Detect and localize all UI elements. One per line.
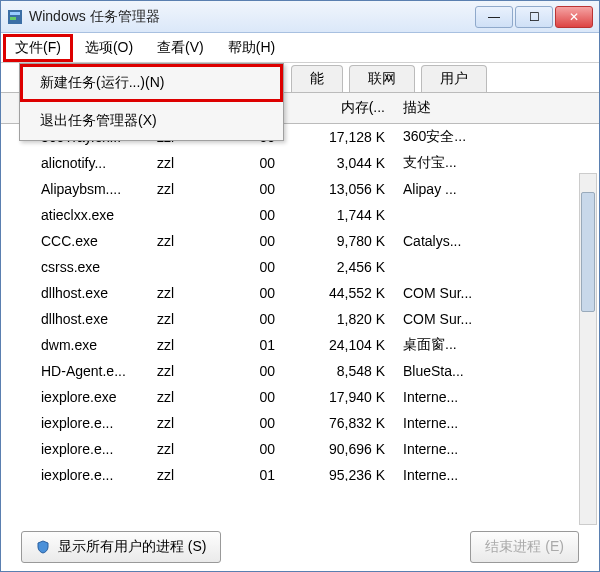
footer: 显示所有用户的进程 (S) 结束进程 (E) (1, 527, 599, 567)
cell-mem: 1,744 K (281, 204, 391, 226)
show-all-users-label: 显示所有用户的进程 (S) (58, 538, 207, 554)
cell-desc: 支付宝... (391, 151, 599, 175)
cell-mem: 90,696 K (281, 438, 391, 460)
app-icon (7, 9, 23, 25)
close-button[interactable]: ✕ (555, 6, 593, 28)
cell-desc: Interne... (391, 438, 599, 460)
tab-networking[interactable]: 联网 (349, 65, 415, 92)
cell-cpu: 00 (231, 204, 281, 226)
cell-name: csrss.exe (1, 256, 151, 278)
cell-desc: 桌面窗... (391, 333, 599, 357)
cell-mem: 9,780 K (281, 230, 391, 252)
cell-user: zzl (151, 334, 231, 356)
table-row[interactable]: dllhost.exezzl0044,552 KCOM Sur... (1, 280, 599, 306)
table-row[interactable]: iexplore.e...zzl0090,696 KInterne... (1, 436, 599, 462)
table-row[interactable]: alicnotify...zzl003,044 K支付宝... (1, 150, 599, 176)
cell-cpu: 00 (231, 308, 281, 330)
cell-mem: 95,236 K (281, 464, 391, 481)
maximize-button[interactable]: ☐ (515, 6, 553, 28)
show-all-users-button[interactable]: 显示所有用户的进程 (S) (21, 531, 221, 563)
cell-mem: 44,552 K (281, 282, 391, 304)
cell-cpu: 00 (231, 360, 281, 382)
cell-mem: 8,548 K (281, 360, 391, 382)
table-row[interactable]: iexplore.exezzl0017,940 KInterne... (1, 384, 599, 410)
menu-file[interactable]: 文件(F) (3, 34, 73, 62)
table-row[interactable]: dllhost.exezzl001,820 KCOM Sur... (1, 306, 599, 332)
cell-user (151, 264, 231, 270)
cell-cpu: 00 (231, 152, 281, 174)
cell-desc: COM Sur... (391, 308, 599, 330)
cell-user: zzl (151, 412, 231, 434)
cell-mem: 17,128 K (281, 126, 391, 148)
file-menu-dropdown: 新建任务(运行...)(N) 退出任务管理器(X) (19, 63, 284, 141)
titlebar[interactable]: Windows 任务管理器 — ☐ ✕ (1, 1, 599, 33)
tab-users[interactable]: 用户 (421, 65, 487, 92)
cell-cpu: 00 (231, 256, 281, 278)
cell-mem: 24,104 K (281, 334, 391, 356)
table-row[interactable]: iexplore.e...zzl0195,236 KInterne... (1, 462, 599, 481)
cell-mem: 1,820 K (281, 308, 391, 330)
menu-view[interactable]: 查看(V) (145, 34, 216, 62)
cell-name: atieclxx.exe (1, 204, 151, 226)
cell-desc: Catalys... (391, 230, 599, 252)
menu-item-exit[interactable]: 退出任务管理器(X) (20, 102, 283, 140)
cell-desc: Interne... (391, 412, 599, 434)
cell-desc (391, 264, 599, 270)
cell-user: zzl (151, 438, 231, 460)
cell-desc: 360安全... (391, 125, 599, 149)
tab-performance[interactable]: 能 (291, 65, 343, 92)
cell-name: dllhost.exe (1, 308, 151, 330)
cell-desc: COM Sur... (391, 282, 599, 304)
cell-cpu: 00 (231, 178, 281, 200)
table-row[interactable]: HD-Agent.e...zzl008,548 KBlueSta... (1, 358, 599, 384)
cell-user: zzl (151, 308, 231, 330)
cell-user: zzl (151, 152, 231, 174)
col-description[interactable]: 描述 (391, 96, 599, 120)
cell-desc (391, 212, 599, 218)
minimize-button[interactable]: — (475, 6, 513, 28)
menu-help[interactable]: 帮助(H) (216, 34, 287, 62)
cell-name: iexplore.exe (1, 386, 151, 408)
table-row[interactable]: dwm.exezzl0124,104 K桌面窗... (1, 332, 599, 358)
cell-name: HD-Agent.e... (1, 360, 151, 382)
cell-name: alicnotify... (1, 152, 151, 174)
svg-rect-1 (10, 12, 20, 15)
menu-item-new-task[interactable]: 新建任务(运行...)(N) (20, 64, 283, 102)
col-memory[interactable]: 内存(... (281, 96, 391, 120)
cell-name: iexplore.e... (1, 412, 151, 434)
cell-desc: Interne... (391, 464, 599, 481)
table-row[interactable]: Alipaybsm....zzl0013,056 KAlipay ... (1, 176, 599, 202)
menu-options[interactable]: 选项(O) (73, 34, 145, 62)
vertical-scrollbar[interactable] (579, 173, 597, 525)
svg-rect-2 (10, 17, 16, 20)
cell-cpu: 00 (231, 438, 281, 460)
cell-cpu: 00 (231, 230, 281, 252)
cell-user: zzl (151, 282, 231, 304)
shield-icon (36, 540, 50, 554)
cell-name: iexplore.e... (1, 464, 151, 481)
task-manager-window: Windows 任务管理器 — ☐ ✕ 文件(F) 选项(O) 查看(V) 帮助… (0, 0, 600, 572)
cell-desc: Interne... (391, 386, 599, 408)
cell-cpu: 00 (231, 412, 281, 434)
table-row[interactable]: csrss.exe002,456 K (1, 254, 599, 280)
table-row[interactable]: iexplore.e...zzl0076,832 KInterne... (1, 410, 599, 436)
cell-name: iexplore.e... (1, 438, 151, 460)
cell-cpu: 00 (231, 386, 281, 408)
cell-user: zzl (151, 230, 231, 252)
cell-user: zzl (151, 178, 231, 200)
cell-name: CCC.exe (1, 230, 151, 252)
cell-desc: BlueSta... (391, 360, 599, 382)
cell-user: zzl (151, 386, 231, 408)
cell-name: dllhost.exe (1, 282, 151, 304)
cell-mem: 3,044 K (281, 152, 391, 174)
table-body: 360Tray.ex...zzl0017,128 K360安全...alicno… (1, 124, 599, 481)
cell-user (151, 212, 231, 218)
table-row[interactable]: atieclxx.exe001,744 K (1, 202, 599, 228)
cell-mem: 17,940 K (281, 386, 391, 408)
scroll-thumb[interactable] (581, 192, 595, 312)
end-process-button[interactable]: 结束进程 (E) (470, 531, 579, 563)
table-row[interactable]: CCC.exezzl009,780 KCatalys... (1, 228, 599, 254)
cell-mem: 13,056 K (281, 178, 391, 200)
cell-desc: Alipay ... (391, 178, 599, 200)
window-title: Windows 任务管理器 (29, 8, 475, 26)
